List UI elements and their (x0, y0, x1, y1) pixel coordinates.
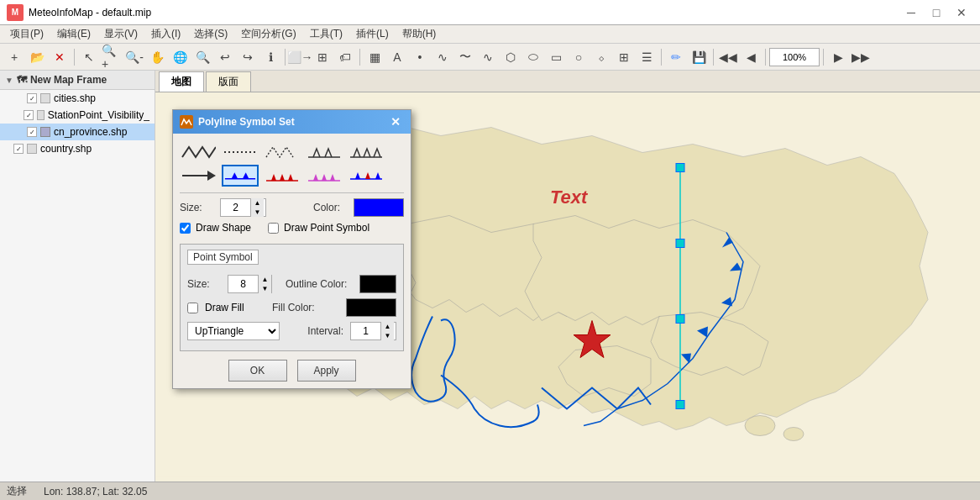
tb-select[interactable]: ↖ (78, 46, 100, 68)
svg-marker-25 (271, 174, 276, 181)
size-input[interactable] (221, 202, 250, 213)
tb-undo[interactable]: ↩ (214, 46, 236, 68)
symbol-tri-combo[interactable] (348, 165, 385, 187)
point-size-spinner[interactable]: ▲ ▼ (228, 275, 272, 293)
tb-pan[interactable]: ✋ (146, 46, 168, 68)
size-spinner[interactable]: ▲ ▼ (220, 198, 266, 217)
symbol-dot-zigzag[interactable] (264, 141, 301, 163)
country-checkbox[interactable] (13, 144, 24, 154)
tb-curve[interactable]: 〜 (454, 46, 476, 68)
dialog-title-text: Polyline Symbol Set (198, 116, 295, 128)
tb-attr2[interactable]: ⊞ (312, 46, 333, 68)
cn-province-checkbox[interactable] (27, 127, 37, 137)
tb-globe[interactable]: 🌐 (169, 46, 191, 68)
menu-select[interactable]: 选择(S) (187, 25, 234, 43)
size-down[interactable]: ▼ (250, 208, 264, 217)
tb-rect[interactable]: ▭ (545, 46, 567, 68)
sidebar-item-cn-province[interactable]: cn_province.shp (0, 124, 155, 140)
tb-line[interactable]: ∿ (432, 46, 453, 68)
menu-help[interactable]: 帮助(H) (396, 25, 443, 43)
symbol-arrow[interactable] (180, 165, 217, 187)
tb-layer[interactable]: ▦ (364, 46, 385, 68)
menu-tools[interactable]: 工具(T) (303, 25, 349, 43)
sidebar-item-country[interactable]: country.shp (0, 140, 155, 157)
symbol-hat-line[interactable] (306, 141, 343, 163)
dialog-titlebar[interactable]: Polyline Symbol Set ✕ (173, 110, 411, 134)
tb-point[interactable]: • (409, 46, 431, 68)
tb-tag[interactable]: 🏷 (334, 46, 356, 68)
tb-nav2[interactable]: ◀ (740, 46, 762, 68)
tb-close-x[interactable]: ✕ (49, 46, 71, 68)
outline-color-button[interactable] (359, 275, 396, 293)
zoom-input[interactable] (769, 48, 820, 66)
interval-input[interactable] (351, 325, 380, 337)
symbol-tri-red[interactable] (264, 165, 301, 187)
tb-circ[interactable]: ○ (568, 46, 590, 68)
station-checkbox[interactable] (24, 110, 34, 120)
menu-insert[interactable]: 插入(I) (144, 25, 187, 43)
tb-nav4[interactable]: ▶▶ (850, 46, 872, 68)
ok-button[interactable]: OK (228, 360, 287, 382)
tb-pencil[interactable]: ✏ (665, 46, 687, 68)
menu-plugins[interactable]: 插件(L) (349, 25, 396, 43)
tb-nav3[interactable]: ▶ (827, 46, 849, 68)
cities-checkbox[interactable] (27, 93, 37, 103)
draw-point-symbol-checkbox[interactable] (268, 223, 279, 234)
menu-project[interactable]: 项目(P) (3, 25, 50, 43)
menu-view[interactable]: 显示(V) (97, 25, 144, 43)
tab-map[interactable]: 地图 (159, 71, 204, 92)
tb-redo[interactable]: ↪ (237, 46, 259, 68)
sidebar-item-station[interactable]: StationPoint_Visibility_ (0, 107, 155, 124)
apply-button[interactable]: Apply (297, 360, 356, 382)
point-size-up[interactable]: ▲ (258, 275, 271, 284)
tb-info[interactable]: ℹ (259, 46, 281, 68)
interval-down[interactable]: ▼ (380, 331, 394, 340)
symbol-tri-blue[interactable] (222, 165, 259, 187)
tb-search[interactable]: 🔍 (191, 46, 213, 68)
color-button[interactable] (354, 198, 404, 217)
tb-nav1[interactable]: ◀◀ (717, 46, 739, 68)
main-layout: ▼ 🗺 New Map Frame cities.shp StationPoin… (0, 71, 980, 482)
dialog-close-button[interactable]: ✕ (387, 113, 404, 130)
point-size-down[interactable]: ▼ (258, 284, 271, 293)
maximize-button[interactable]: □ (925, 3, 948, 22)
menu-edit[interactable]: 编辑(E) (50, 25, 97, 43)
minimize-button[interactable]: ─ (899, 3, 923, 22)
tb-open[interactable]: 📂 (26, 46, 48, 68)
tb-more2[interactable]: ⊞ (613, 46, 635, 68)
tb-save[interactable]: 💾 (688, 46, 710, 68)
sidebar-header-label: New Map Frame (30, 74, 107, 86)
tb-more1[interactable]: ⬦ (590, 46, 612, 68)
interval-up[interactable]: ▲ (380, 322, 394, 331)
tb-new[interactable]: + (3, 46, 25, 68)
draw-shape-checkbox[interactable] (180, 223, 191, 234)
shape-select[interactable]: UpTriangle DownTriangle Circle Square (187, 322, 280, 340)
draw-fill-label: Draw Fill (205, 302, 244, 313)
interval-spinner[interactable]: ▲ ▼ (350, 322, 396, 340)
tb-wave[interactable]: ∿ (477, 46, 499, 68)
dialog-icon (180, 115, 193, 129)
size-up[interactable]: ▲ (250, 198, 264, 208)
tb-zoom-out[interactable]: 🔍- (123, 46, 145, 68)
draw-fill-checkbox[interactable] (187, 303, 198, 313)
symbol-tri-pink[interactable] (306, 165, 343, 187)
tb-text[interactable]: A (386, 46, 408, 68)
menu-spatial[interactable]: 空间分析(G) (234, 25, 302, 43)
tb-ellipse[interactable]: ⬭ (522, 46, 544, 68)
point-size-input[interactable] (228, 278, 258, 290)
fill-color-button[interactable] (346, 298, 396, 317)
tb-zoom-in[interactable]: 🔍+ (101, 46, 123, 68)
tb-more3[interactable]: ☰ (636, 46, 658, 68)
size-label: Size: (180, 202, 213, 213)
close-button[interactable]: ✕ (950, 3, 973, 22)
tb-sep3 (359, 49, 360, 66)
sidebar-item-cities[interactable]: cities.shp (0, 90, 155, 107)
symbol-zigzag[interactable] (180, 141, 217, 163)
symbol-dot-line[interactable] (222, 141, 259, 163)
tab-layout[interactable]: 版面 (206, 71, 251, 92)
symbol-caret-line[interactable] (348, 141, 385, 163)
svg-rect-11 (676, 315, 684, 324)
tb-attr1[interactable]: ⬜→ (289, 46, 311, 68)
tb-polygon[interactable]: ⬡ (500, 46, 521, 68)
map-area[interactable]: 地图 版面 (155, 71, 980, 482)
